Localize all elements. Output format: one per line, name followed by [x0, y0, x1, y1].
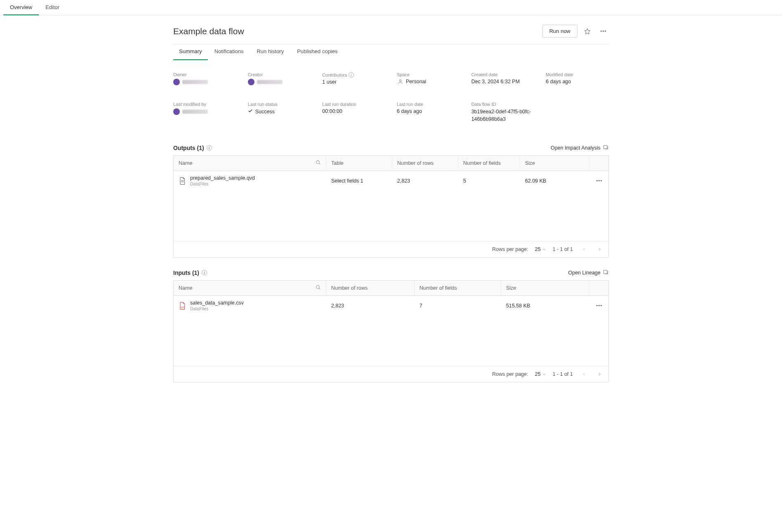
favorite-star-icon[interactable] — [582, 26, 593, 37]
output-file-location: DataFiles — [190, 181, 255, 186]
open-impact-analysis-link[interactable]: Open Impact Analysis — [551, 144, 609, 151]
space-label: Space — [397, 72, 460, 77]
outputs-header-fields[interactable]: Number of fields — [458, 156, 520, 171]
csv-file-icon: csv — [179, 302, 186, 310]
svg-rect-2 — [604, 145, 607, 149]
creator-label: Creator — [248, 72, 311, 77]
inputs-header-rows[interactable]: Number of rows — [326, 281, 415, 295]
svg-marker-0 — [584, 28, 590, 34]
qvd-file-icon — [179, 177, 186, 185]
pager-rows-select[interactable]: 25 — [535, 246, 546, 252]
svg-text:csv: csv — [181, 306, 184, 308]
success-check-icon — [248, 108, 253, 115]
tab-overview[interactable]: Overview — [3, 0, 39, 15]
last-run-status-label: Last run status — [248, 102, 311, 107]
inputs-title: Inputs (1) — [173, 270, 199, 276]
pager-range: 1 - 1 of 1 — [553, 246, 573, 252]
input-fields-value: 7 — [415, 303, 501, 309]
modified-value: 6 days ago — [546, 79, 609, 84]
inputs-header-name[interactable]: Name — [179, 285, 192, 291]
outputs-header-menu — [589, 156, 608, 171]
open-lineage-link[interactable]: Open Lineage — [568, 269, 609, 276]
last-run-date-value: 6 days ago — [397, 108, 460, 114]
svg-point-12 — [316, 286, 320, 289]
last-modified-by-label: Last modified by — [173, 102, 236, 107]
svg-point-1 — [399, 80, 401, 82]
output-file-name: prepared_sales_sample.qvd — [190, 175, 255, 181]
info-icon[interactable]: i — [349, 72, 354, 77]
outputs-header-size[interactable]: Size — [520, 156, 589, 171]
search-icon[interactable] — [316, 160, 321, 166]
input-rows-value: 2,823 — [326, 303, 415, 309]
owner-label: Owner — [173, 72, 236, 77]
svg-line-6 — [319, 163, 320, 164]
outputs-title: Outputs (1) — [173, 145, 204, 151]
outputs-table-row[interactable]: prepared_sales_sample.qvd DataFiles Sele… — [174, 171, 608, 190]
last-run-status-value: Success — [255, 109, 275, 115]
last-run-duration-label: Last run duration — [322, 102, 385, 107]
inputs-table-row[interactable]: csv sales_data_sample.csv DataFiles 2,82… — [174, 296, 608, 315]
inputs-header-menu — [589, 281, 608, 295]
personal-space-icon — [397, 79, 403, 84]
outputs-header-name[interactable]: Name — [179, 160, 192, 166]
pager-prev-icon[interactable] — [579, 245, 589, 254]
pager-rows-label: Rows per page: — [492, 246, 528, 252]
output-size-value: 62.09 KB — [520, 178, 589, 184]
modified-label: Modified date — [546, 72, 609, 77]
info-icon[interactable]: i — [202, 270, 207, 275]
inputs-header-fields[interactable]: Number of fields — [415, 281, 501, 295]
input-file-name: sales_data_sample.csv — [190, 300, 244, 306]
subtab-notifications[interactable]: Notifications — [208, 44, 250, 60]
svg-rect-9 — [604, 270, 607, 274]
info-icon[interactable]: i — [207, 145, 212, 150]
output-fields-value: 5 — [458, 178, 520, 184]
input-size-value: 515.58 KB — [501, 303, 589, 309]
pager-rows-select[interactable]: 25 — [535, 371, 546, 377]
pager-rows-label: Rows per page: — [492, 371, 528, 377]
owner-avatar — [173, 79, 180, 85]
pager-next-icon[interactable] — [595, 370, 604, 379]
svg-point-5 — [316, 161, 320, 164]
search-icon[interactable] — [316, 285, 321, 291]
page-title: Example data flow — [173, 26, 244, 36]
space-value: Personal — [406, 79, 426, 84]
last-mod-avatar — [173, 108, 180, 115]
output-rows-value: 2,823 — [392, 178, 458, 184]
subtab-published-copies[interactable]: Published copies — [290, 44, 344, 60]
flow-id-label: Data flow ID — [471, 102, 609, 107]
output-row-menu[interactable] — [589, 180, 608, 181]
created-label: Created date — [471, 72, 535, 77]
inputs-header-size[interactable]: Size — [501, 281, 589, 295]
lineage-icon — [603, 269, 609, 276]
tab-editor[interactable]: Editor — [39, 0, 66, 15]
input-file-location: DataFiles — [190, 306, 244, 311]
more-actions-icon[interactable] — [597, 26, 609, 37]
creator-name — [257, 80, 283, 84]
flow-id-value: 3b19eea2-0def-47f5-b0fc-146b6b98b6a3 — [471, 108, 537, 123]
last-run-duration-value: 00:00:00 — [322, 108, 385, 114]
last-mod-name — [182, 110, 208, 114]
contributors-value: 1 user — [322, 79, 385, 85]
subtab-summary[interactable]: Summary — [173, 44, 208, 60]
impact-analysis-icon — [603, 144, 609, 151]
pager-range: 1 - 1 of 1 — [553, 371, 573, 377]
owner-name — [182, 80, 208, 84]
svg-line-13 — [319, 288, 320, 289]
run-now-button[interactable]: Run now — [542, 25, 577, 37]
pager-prev-icon[interactable] — [579, 370, 589, 379]
contributors-label: Contributors — [322, 73, 347, 77]
input-row-menu[interactable] — [589, 305, 608, 306]
subtab-run-history[interactable]: Run history — [250, 44, 290, 60]
pager-next-icon[interactable] — [595, 245, 604, 254]
outputs-header-rows[interactable]: Number of rows — [392, 156, 458, 171]
created-value: Dec 3, 2024 6:32 PM — [471, 79, 535, 84]
creator-avatar — [248, 79, 254, 85]
outputs-header-table[interactable]: Table — [326, 156, 392, 171]
last-run-date-label: Last run date — [397, 102, 460, 107]
output-table-value: Select fields 1 — [326, 178, 392, 184]
